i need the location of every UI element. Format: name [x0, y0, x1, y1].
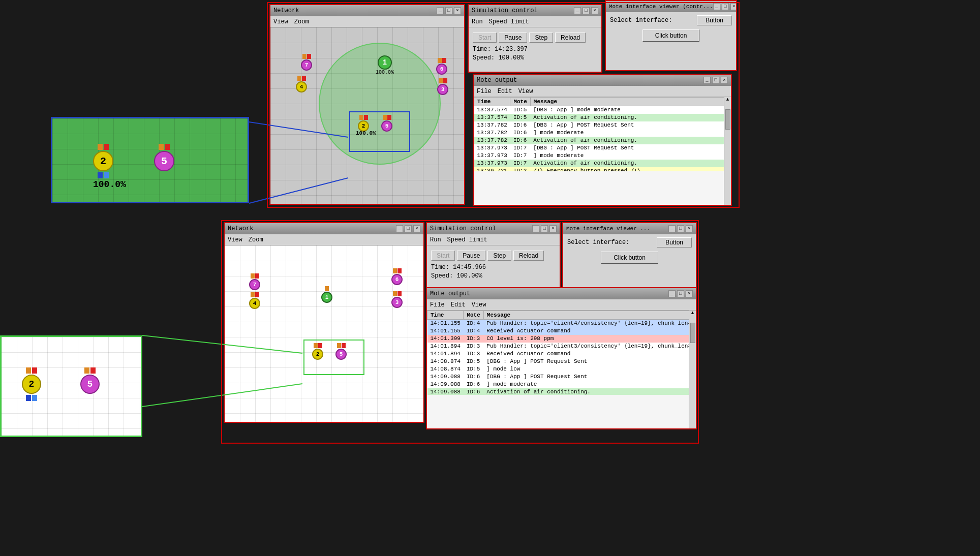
- menu-speed-top[interactable]: Speed limit: [489, 18, 529, 25]
- menu-zoom-top[interactable]: Zoom: [294, 18, 309, 25]
- maximize-btn-top[interactable]: □: [445, 7, 452, 14]
- cell-time: 13:39.721: [474, 167, 510, 172]
- cell-message: ] mode moderate: [530, 152, 731, 160]
- cell-time: 14:01.155: [427, 320, 464, 327]
- button-select-bot[interactable]: Button: [657, 237, 692, 248]
- output-menu-view-top[interactable]: View: [518, 88, 533, 95]
- simctrl-close-bot[interactable]: ×: [549, 225, 557, 232]
- scrollbar-top[interactable]: ▲: [724, 97, 731, 205]
- simctrl-titlebar-buttons-top[interactable]: _ □ ×: [574, 7, 598, 14]
- network-titlebar-buttons-bot[interactable]: _ □ ×: [396, 225, 420, 232]
- step-button-top[interactable]: Step: [529, 33, 553, 43]
- cell-time: 14:01.155: [427, 327, 464, 335]
- simctrl-body-bot: Start Pause Step Reload Time: 14:45.966 …: [427, 245, 560, 283]
- table-row: 14:01.894ID:3Pub Handler: topic='client3…: [427, 343, 696, 350]
- mote-iface-minimize-top[interactable]: _: [713, 3, 720, 10]
- mote-output-maximize-bot[interactable]: □: [677, 290, 684, 297]
- select-interface-label-top: Select interface:: [610, 17, 672, 24]
- col-message-bot: Message: [483, 311, 696, 320]
- cell-mote: ID:7: [510, 152, 530, 160]
- scroll-thumb-bot[interactable]: [690, 323, 695, 343]
- close-btn-bot[interactable]: ×: [413, 225, 420, 232]
- mote-iface-buttons-bot[interactable]: _ □ ×: [668, 225, 693, 232]
- mote-output-titlebar-top: Mote output _ □ ×: [474, 75, 731, 86]
- node-circle-3-top: 3: [437, 84, 448, 95]
- node-circle-2-zoom-bot: 2: [22, 375, 41, 394]
- cell-message: Activation of air conditioning.: [530, 114, 731, 121]
- mote-iface-minimize-bot[interactable]: _: [668, 225, 676, 232]
- output-menu-file-bot[interactable]: File: [430, 301, 445, 308]
- mote-iface-buttons-top[interactable]: _ □ ×: [713, 3, 736, 10]
- cell-time: 14:08.874: [427, 358, 464, 365]
- col-time-top: Time: [474, 98, 510, 106]
- simctrl-titlebar-buttons-bot[interactable]: _ □ ×: [532, 225, 557, 232]
- output-menu-edit-top[interactable]: Edit: [498, 88, 512, 95]
- click-button-top[interactable]: Click button: [642, 29, 700, 42]
- output-scroll-top[interactable]: Time Mote Message 13:37.574ID:5[DBG : Ap…: [474, 97, 731, 171]
- menu-run-top[interactable]: Run: [472, 18, 483, 25]
- node-circle-5-zoom-top: 5: [154, 151, 174, 171]
- network-canvas-bot: 7 4 6 3 1: [225, 245, 423, 422]
- simctrl-buttons-top: Start Pause Step Reload: [473, 33, 597, 43]
- output-menu-file-top[interactable]: File: [477, 88, 492, 95]
- output-table-top: Time Mote Message 13:37.574ID:5[DBG : Ap…: [474, 97, 731, 171]
- mote-iface-close-top[interactable]: ×: [730, 3, 736, 10]
- cell-mote: ID:5: [464, 365, 483, 373]
- scrollbar-bot[interactable]: ▲: [689, 311, 696, 428]
- network-menubar-top: View Zoom: [270, 16, 464, 27]
- scroll-thumb-top[interactable]: [725, 109, 730, 130]
- start-button-top[interactable]: Start: [473, 33, 497, 43]
- cell-mote: ID:3: [464, 343, 483, 350]
- output-menu-view-bot[interactable]: View: [472, 301, 486, 308]
- minimize-btn-top[interactable]: _: [437, 7, 444, 14]
- cell-mote: ID:6: [510, 121, 530, 129]
- start-button-bot[interactable]: Start: [431, 251, 455, 261]
- cell-time: 14:09.088: [427, 373, 464, 381]
- output-menu-edit-bot[interactable]: Edit: [451, 301, 466, 308]
- mote-output-title-text-top: Mote output: [477, 77, 517, 84]
- mote-iface-close-bot[interactable]: ×: [686, 225, 693, 232]
- simctrl-close-top[interactable]: ×: [591, 7, 598, 14]
- minimize-btn-bot[interactable]: _: [396, 225, 403, 232]
- node-7-top: 7: [301, 54, 312, 71]
- scroll-up-bot[interactable]: ▲: [691, 311, 694, 316]
- mote-output-buttons-bot[interactable]: _ □ ×: [668, 290, 693, 297]
- pause-button-top[interactable]: Pause: [499, 33, 527, 43]
- maximize-btn-bot[interactable]: □: [405, 225, 412, 232]
- mote-output-close-bot[interactable]: ×: [686, 290, 693, 297]
- step-button-bot[interactable]: Step: [487, 251, 511, 261]
- cell-message: Pub Handler: topic='client3/consistency'…: [483, 343, 696, 350]
- mote-output-buttons-top[interactable]: _ □ ×: [703, 77, 728, 84]
- network-window-top: Network _ □ × View Zoom 1 100.0% 7: [269, 4, 465, 205]
- mote-output-minimize-bot[interactable]: _: [668, 290, 676, 297]
- simctrl-maximize-top[interactable]: □: [583, 7, 590, 14]
- menu-run-bot[interactable]: Run: [430, 236, 441, 243]
- cell-mote: ID:3: [464, 350, 483, 358]
- mote-iface-maximize-top[interactable]: □: [722, 3, 729, 10]
- reload-button-bot[interactable]: Reload: [513, 251, 544, 261]
- menu-view-top[interactable]: View: [273, 18, 288, 25]
- menu-zoom-bot[interactable]: Zoom: [249, 236, 263, 243]
- mote-output-close-top[interactable]: ×: [721, 77, 728, 84]
- click-button-bot[interactable]: Click button: [601, 252, 658, 264]
- pause-button-bot[interactable]: Pause: [457, 251, 485, 261]
- close-btn-top[interactable]: ×: [454, 7, 461, 14]
- output-scroll-bot[interactable]: Time Mote Message 14:01.155ID:4Pub Handl…: [427, 311, 696, 395]
- simctrl-minimize-bot[interactable]: _: [532, 225, 539, 232]
- scroll-up-top[interactable]: ▲: [726, 97, 729, 102]
- col-message-top: Message: [530, 98, 731, 106]
- table-row: 14:01.399ID:3CO level is: 298 ppm: [427, 335, 696, 343]
- button-select-top[interactable]: Button: [697, 15, 732, 25]
- network-titlebar-buttons-top[interactable]: _ □ ×: [437, 7, 461, 14]
- simctrl-maximize-bot[interactable]: □: [541, 225, 548, 232]
- mote-iface-maximize-bot[interactable]: □: [677, 225, 684, 232]
- mote-output-maximize-top[interactable]: □: [712, 77, 719, 84]
- cell-time: 13:37.973: [474, 160, 510, 167]
- menu-view-bot[interactable]: View: [228, 236, 242, 243]
- simctrl-minimize-top[interactable]: _: [574, 7, 581, 14]
- menu-speed-bot[interactable]: Speed limit: [447, 236, 487, 243]
- mote-output-minimize-top[interactable]: _: [703, 77, 711, 84]
- node-circle-4-bot: 4: [249, 298, 260, 309]
- cell-time: 13:37.782: [474, 129, 510, 137]
- reload-button-top[interactable]: Reload: [555, 33, 586, 43]
